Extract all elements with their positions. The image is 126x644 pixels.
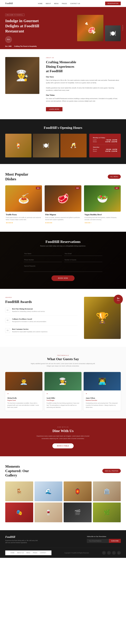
footer-nav-contact[interactable]: Contact [40, 552, 46, 554]
hero-content: Welcome to FoodHill Indulge in Gourmet D… [5, 14, 77, 43]
test-name-1: Sarah Miller [47, 397, 79, 399]
award-num-2: 03 [5, 328, 10, 333]
dish-desc-1: Prime cut steak, perfectly seasoned and … [45, 216, 81, 221]
newsletter-row: Subscribe [87, 539, 121, 543]
awards-title: FoodHill Awards [5, 300, 77, 304]
test-text-2: Outstanding service and amazing food. Th… [86, 402, 119, 408]
dinner-time: 5:00 PM - 10:00 PM [105, 141, 117, 142]
awards-section: Awards FoodHill Awards 01 Best Fine Dini… [0, 289, 126, 347]
dish-price-1: $25 [75, 187, 80, 189]
award-desc-1: Recognized for innovation in culinary ar… [12, 320, 47, 323]
email-input[interactable] [64, 252, 102, 256]
awards-image-wrap: 🏆 5+ Years [84, 297, 121, 339]
about-content: About Us Crafting Memorable Dining Exper… [46, 57, 121, 111]
footer-nav-about[interactable]: About Us [17, 552, 24, 554]
testimonials-grid: 👨‍💼 " Michael Kelly Regular Guest The fo… [5, 372, 121, 410]
hero-scroll: Scroll [122, 25, 123, 31]
res-row-2 [24, 258, 102, 262]
dish-stars-0: ★★★★★ [6, 222, 42, 224]
test-role-1: Food Blogger [47, 400, 79, 401]
hours-schedule: Monday to Friday: Lunch 7:00 AM - 2:00 P… [89, 134, 121, 158]
name-input[interactable] [24, 252, 62, 256]
book-now-button[interactable]: Book Now [52, 276, 74, 281]
saturday-label: Saturday: [93, 146, 117, 148]
nav-logo: FoodHill [5, 2, 13, 4]
learn-more-button[interactable]: Learn More [46, 107, 63, 111]
dine-label: Dine With Us [5, 426, 121, 428]
nav-menu[interactable]: Menu [54, 3, 59, 4]
dish-stars-2: ★★★★☆ [84, 222, 120, 224]
dish-price-2: $17 [115, 187, 119, 189]
gallery-item-1: 🌊 [35, 482, 63, 501]
dinner-sat-row: Dinner 5:00 PM - 11:00 PM [93, 150, 117, 152]
hero-stat-desc: Crafting The Finest in Hospitality [14, 46, 37, 47]
saturday-hours: Saturday: Brunch 9:00 AM - 1:00 PM Dinne… [93, 146, 117, 152]
awards-label: Awards [5, 297, 77, 298]
dishes-section: Most Popular Dishes All Menu 🍝 $15 Truff… [0, 164, 126, 232]
all-menu-button[interactable]: All Menu [108, 174, 121, 179]
subscribe-button[interactable]: Subscribe [109, 539, 121, 543]
hours-image-2: 🍽️ [33, 134, 59, 158]
footer-nav-home[interactable]: Home [10, 552, 14, 554]
dishes-title: Most Popular Dishes [5, 172, 29, 182]
dinner-sat-time: 5:00 PM - 11:00 PM [105, 150, 117, 152]
reservations-subtitle: Reserve your table today and enjoy an un… [5, 245, 121, 247]
see-all-photos-button[interactable]: See All Photos [102, 469, 121, 473]
hours-images: 🍹 🍽️ 🥂 [5, 134, 87, 158]
dish-name-1: Filet Mignon [45, 214, 81, 216]
nav-about[interactable]: About [46, 3, 51, 4]
test-card-2: 👨‍💻 " James Wilson Business Executive Ou… [84, 372, 121, 410]
instagram-icon[interactable]: i [112, 551, 116, 555]
testimonials-subtitle: Highly satisfied guests from all over th… [30, 362, 96, 367]
test-image-1: 👩‍🍳 [45, 372, 82, 390]
hours-section: FoodHill's Opening Hours 🍹 🍽️ 🥂 Monday t… [0, 119, 126, 164]
dish-image-1: 🥩 $25 [45, 185, 81, 212]
special-requests-input[interactable] [24, 264, 102, 272]
lunch-row: Lunch 7:00 AM - 2:00 PM [93, 139, 117, 141]
about-heading: Crafting Memorable Dining Experiences at… [46, 60, 77, 73]
dishes-grid: 🍝 $15 Truffle Pasta Fresh pasta tossed i… [5, 185, 121, 224]
facebook-icon[interactable]: f [102, 551, 106, 555]
award-num-1: 02 [5, 318, 10, 323]
award-desc-2: Awarded for impeccable hospitality and c… [12, 331, 48, 333]
dinner-label: Dinner [93, 141, 97, 142]
test-image-0: 👨‍💼 [5, 372, 42, 390]
awards-content: Awards FoodHill Awards 01 Best Fine Dini… [5, 297, 77, 338]
lunch-label: Lunch [93, 139, 96, 141]
footer-top: FoodHill Experience the finest dining wi… [5, 536, 121, 544]
hero-badge: Welcome to FoodHill [5, 14, 24, 16]
about-story-title: Our Story [46, 76, 121, 78]
footer-nav-menu[interactable]: Menu [26, 552, 30, 554]
hero-actions: More [5, 36, 77, 43]
dish-desc-0: Fresh pasta tossed in rich truffle oil, … [6, 216, 42, 221]
newsletter-title: Subscribe to Our Newsletter [87, 536, 121, 538]
guests-input[interactable] [64, 258, 102, 262]
footer-nav-pages[interactable]: Pages [33, 552, 37, 554]
hero-small-image [105, 26, 121, 41]
footer: FoodHill Experience the finest dining wi… [0, 530, 126, 558]
nav-home[interactable]: Home [38, 3, 43, 4]
youtube-icon[interactable]: y [117, 551, 121, 555]
about-story-text: Flair of art brings art of life to life.… [46, 79, 121, 84]
phone-input[interactable] [24, 258, 62, 262]
book-table-button[interactable]: Book A Table [52, 444, 74, 448]
test-body-0: " Michael Kelly Regular Guest The food h… [5, 390, 42, 410]
footer-copyright: Copyright © FoodHill. All Rights Reserve… [64, 552, 89, 554]
award-desc-0: Awarded for outstanding culinary excelle… [12, 310, 45, 312]
hours-title: FoodHill's Opening Hours [5, 126, 121, 130]
dish-image-2: 🥗 $17 [84, 185, 121, 212]
awards-restaurant-image: 🏆 [84, 297, 121, 339]
reservation-button[interactable]: Reservation [105, 2, 121, 5]
dish-image-0: 🍝 $15 [5, 185, 42, 212]
brunch-time: 9:00 AM - 1:00 PM [106, 149, 117, 150]
gallery-item-2: 🏮 [64, 482, 92, 501]
dish-card-0: 🍝 $15 Truffle Pasta Fresh pasta tossed i… [5, 185, 42, 224]
about-label: About Us [46, 57, 121, 58]
about-vision-text: Our vision at FoodHill Restaurant envisi… [46, 97, 121, 102]
hero-more-button[interactable]: More [5, 36, 12, 43]
nav-contact[interactable]: Contact Us [70, 3, 80, 4]
newsletter-input[interactable] [87, 539, 109, 543]
nav-pages[interactable]: Pages [62, 3, 67, 4]
twitter-icon[interactable]: t [107, 551, 111, 555]
weekdays-label: Monday to Friday: [93, 137, 117, 138]
